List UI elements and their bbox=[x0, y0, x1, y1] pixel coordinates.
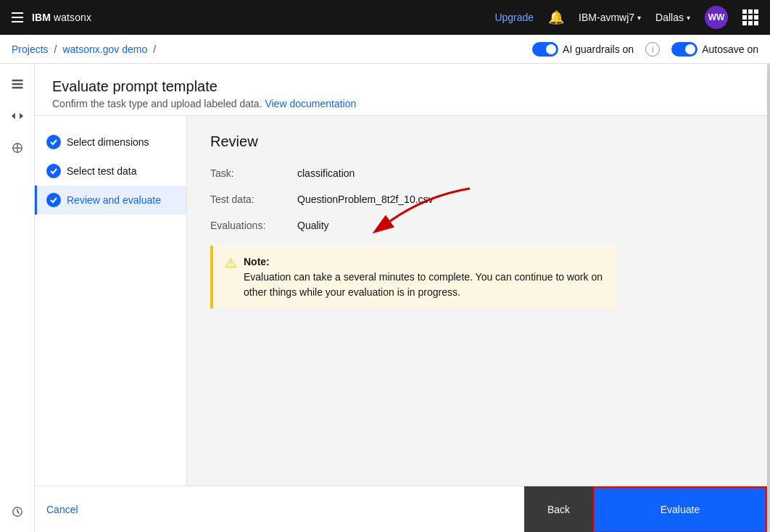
modal-subtitle: Confirm the task type and upload labeled… bbox=[52, 98, 750, 109]
bell-icon[interactable]: 🔔 bbox=[548, 9, 564, 25]
sidebar-icon-panel bbox=[0, 64, 35, 532]
evaluations-label: Evaluations: bbox=[210, 220, 297, 231]
step-select-test-data[interactable]: Select test data bbox=[35, 157, 186, 186]
steps-sidebar: Select dimensions Select test data bbox=[35, 116, 187, 486]
sidebar-icon-clock[interactable] bbox=[3, 497, 32, 526]
review-testdata-row: Test data: QuestionProblem_8t2f_10.csv bbox=[210, 194, 744, 205]
test-data-label: Test data: bbox=[210, 194, 297, 205]
upgrade-link[interactable]: Upgrade bbox=[494, 12, 534, 23]
autosave-label: Autosave on bbox=[702, 43, 758, 55]
header-toggles: AI guardrails on i Autosave on bbox=[532, 42, 758, 57]
modal-overlay: Evaluate prompt template Confirm the tas… bbox=[35, 64, 770, 532]
review-heading: Review bbox=[210, 133, 744, 150]
step-2-label: Select test data bbox=[67, 165, 137, 177]
brand-label: IBM watsonx bbox=[32, 12, 91, 23]
breadcrumb-sep-2: / bbox=[153, 43, 156, 55]
note-text: Note: Evaluation can take a several minu… bbox=[244, 254, 605, 300]
hamburger-menu[interactable] bbox=[12, 12, 23, 22]
step-select-dimensions[interactable]: Select dimensions bbox=[35, 128, 186, 157]
content-area: Classify Prompt Evaluate prompt template… bbox=[35, 64, 770, 532]
autosave-toggle[interactable] bbox=[671, 42, 697, 57]
step-review-evaluate[interactable]: Review and evaluate bbox=[35, 186, 186, 215]
breadcrumb-demo[interactable]: watsonx.gov demo bbox=[62, 43, 147, 55]
svg-rect-2 bbox=[12, 87, 22, 89]
step-1-label: Select dimensions bbox=[67, 136, 149, 148]
autosave-toggle-group: Autosave on bbox=[671, 42, 758, 57]
test-data-value: QuestionProblem_8t2f_10.csv bbox=[297, 194, 434, 205]
review-evaluations-row: Evaluations: Quality bbox=[210, 220, 744, 231]
main-layout: Classify Prompt Evaluate prompt template… bbox=[0, 64, 770, 532]
svg-rect-0 bbox=[12, 83, 22, 86]
app-switcher-icon[interactable] bbox=[742, 9, 758, 25]
user-avatar[interactable]: WW bbox=[705, 6, 728, 29]
task-label: Task: bbox=[210, 167, 297, 179]
step-1-check bbox=[46, 135, 61, 149]
modal-footer: Cancel Back Evaluate bbox=[35, 486, 767, 532]
evaluations-value: Quality bbox=[297, 220, 329, 231]
breadcrumb-sep-1: / bbox=[54, 43, 57, 55]
ai-guardrails-toggle-group: AI guardrails on bbox=[532, 42, 634, 57]
account-selector[interactable]: IBM-avmwj7 ▾ bbox=[579, 12, 641, 23]
note-box: ⚠ Note: Evaluation can take a several mi… bbox=[210, 246, 616, 309]
warning-icon: ⚠ bbox=[225, 255, 236, 300]
step-3-check bbox=[46, 193, 61, 207]
modal-title: Evaluate prompt template bbox=[52, 78, 750, 95]
review-task-row: Task: classification bbox=[210, 167, 744, 179]
review-panel: Review Task: classification Test data: Q… bbox=[187, 116, 767, 486]
svg-rect-1 bbox=[12, 80, 22, 82]
modal-dialog: Evaluate prompt template Confirm the tas… bbox=[35, 64, 767, 532]
modal-header: Evaluate prompt template Confirm the tas… bbox=[35, 64, 767, 116]
sidebar-icon-code[interactable] bbox=[3, 101, 32, 130]
step-2-check bbox=[46, 164, 61, 178]
modal-body: Select dimensions Select test data bbox=[35, 116, 767, 486]
ai-guardrails-toggle[interactable] bbox=[532, 42, 558, 57]
sidebar-icon-layers[interactable] bbox=[3, 70, 32, 99]
evaluate-button[interactable]: Evaluate bbox=[593, 486, 767, 533]
ai-guardrails-label: AI guardrails on bbox=[563, 43, 634, 55]
back-button[interactable]: Back bbox=[524, 486, 593, 533]
top-navigation: IBM watsonx Upgrade 🔔 IBM-avmwj7 ▾ Dalla… bbox=[0, 0, 770, 35]
sidebar-icon-data[interactable] bbox=[3, 133, 32, 162]
view-documentation-link[interactable]: View documentation bbox=[265, 98, 356, 109]
ai-guardrails-info-icon[interactable]: i bbox=[645, 42, 660, 57]
breadcrumb-projects[interactable]: Projects bbox=[12, 43, 49, 55]
breadcrumb-bar: Projects / watsonx.gov demo / AI guardra… bbox=[0, 35, 770, 64]
step-3-label: Review and evaluate bbox=[67, 194, 161, 206]
task-value: classification bbox=[297, 167, 355, 179]
cancel-button[interactable]: Cancel bbox=[35, 486, 90, 533]
region-selector[interactable]: Dallas ▾ bbox=[655, 12, 690, 23]
